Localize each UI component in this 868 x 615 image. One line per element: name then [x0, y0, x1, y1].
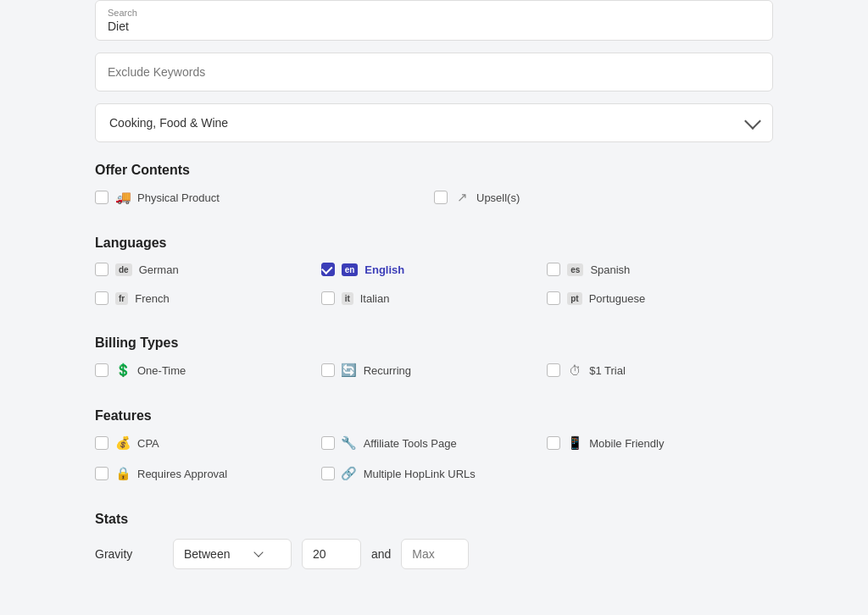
offer-contents-checkboxes: 🚚 Physical Product ↗ Upsell(s)	[95, 190, 773, 212]
english-badge: en	[342, 263, 359, 276]
cpa-item: 💰 CPA	[95, 435, 321, 451]
search-box: Search	[95, 0, 773, 41]
stats-title: Stats	[95, 512, 773, 527]
german-badge: de	[115, 263, 132, 276]
link-icon: 🔗	[342, 466, 357, 481]
physical-product-item: 🚚 Physical Product	[95, 190, 434, 205]
spanish-checkbox[interactable]	[547, 263, 560, 276]
requires-approval-item: 🔒 Requires Approval	[95, 466, 321, 481]
one-time-label: One-Time	[137, 364, 186, 377]
cpa-checkbox[interactable]	[95, 436, 108, 450]
spanish-item: es Spanish	[547, 263, 773, 276]
chevron-down-icon	[744, 113, 761, 130]
category-dropdown[interactable]: Cooking, Food & Wine	[95, 103, 773, 142]
multiple-hoplinks-checkbox[interactable]	[321, 467, 335, 480]
category-dropdown-value: Cooking, Food & Wine	[109, 116, 228, 130]
dollar-circle-icon: 💰	[115, 435, 131, 451]
spanish-label: Spanish	[590, 263, 630, 276]
exclude-keywords-box	[95, 53, 773, 91]
spanish-badge: es	[567, 263, 583, 276]
portuguese-item: pt Portuguese	[547, 291, 773, 305]
french-checkbox[interactable]	[95, 291, 108, 305]
one-dollar-trial-label: $1 Trial	[589, 364, 626, 377]
gravity-row: Gravity Between and	[95, 539, 773, 569]
billing-types-title: Billing Types	[95, 335, 773, 351]
requires-approval-checkbox[interactable]	[95, 467, 108, 480]
offer-contents-section: Offer Contents 🚚 Physical Product ↗ Upse…	[95, 163, 773, 212]
upsells-item: ↗ Upsell(s)	[434, 190, 773, 205]
offer-contents-title: Offer Contents	[95, 163, 773, 178]
truck-icon: 🚚	[115, 190, 131, 205]
languages-title: Languages	[95, 235, 773, 251]
upsells-checkbox[interactable]	[434, 191, 448, 204]
affiliate-tools-label: Affiliate Tools Page	[364, 437, 457, 450]
multiple-hoplinks-label: Multiple HopLink URLs	[364, 468, 476, 480]
search-label: Search	[108, 8, 760, 18]
exclude-keywords-input[interactable]	[108, 65, 760, 79]
stats-section: Stats Gravity Between and	[95, 512, 773, 569]
cpa-label: CPA	[137, 437, 159, 450]
portuguese-label: Portuguese	[589, 292, 646, 305]
gravity-select-value: Between	[184, 547, 230, 561]
french-label: French	[135, 292, 169, 305]
italian-checkbox[interactable]	[321, 291, 335, 305]
features-section: Features 💰 CPA 🔧 Affiliate Tools Page 📱 …	[95, 408, 773, 488]
italian-label: Italian	[360, 292, 390, 305]
features-checkboxes: 💰 CPA 🔧 Affiliate Tools Page 📱 Mobile Fr…	[95, 435, 773, 488]
one-time-item: 💲 One-Time	[95, 363, 321, 378]
physical-product-checkbox[interactable]	[95, 191, 108, 204]
english-item: en English	[321, 263, 548, 276]
clock-icon: ⏱	[567, 363, 582, 378]
physical-product-label: Physical Product	[137, 191, 220, 204]
gravity-max-input[interactable]	[401, 539, 469, 569]
wrench-icon: 🔧	[342, 435, 357, 451]
refresh-icon: 🔄	[342, 363, 357, 378]
mobile-icon: 📱	[567, 435, 582, 451]
billing-types-checkboxes: 💲 One-Time 🔄 Recurring ⏱ $1 Trial	[95, 363, 773, 385]
search-input[interactable]	[108, 19, 760, 33]
german-item: de German	[95, 263, 321, 276]
affiliate-tools-item: 🔧 Affiliate Tools Page	[321, 435, 548, 451]
billing-types-section: Billing Types 💲 One-Time 🔄 Recurring ⏱ $…	[95, 335, 773, 385]
german-label: German	[139, 263, 179, 276]
gravity-and-label: and	[371, 547, 391, 561]
select-chevron-icon	[254, 547, 264, 557]
one-dollar-trial-checkbox[interactable]	[547, 363, 560, 377]
gravity-label: Gravity	[95, 547, 163, 561]
trending-up-icon: ↗	[454, 190, 470, 205]
mobile-friendly-item: 📱 Mobile Friendly	[547, 435, 773, 451]
affiliate-tools-checkbox[interactable]	[321, 436, 335, 450]
mobile-friendly-label: Mobile Friendly	[589, 437, 664, 450]
requires-approval-label: Requires Approval	[137, 468, 227, 480]
dollar-icon: 💲	[115, 363, 131, 378]
french-badge: fr	[115, 292, 128, 305]
gravity-min-input[interactable]	[302, 539, 361, 569]
recurring-item: 🔄 Recurring	[321, 363, 548, 378]
english-label: English	[364, 263, 404, 276]
italian-item: it Italian	[321, 291, 548, 305]
one-time-checkbox[interactable]	[95, 363, 108, 377]
french-item: fr French	[95, 291, 321, 305]
features-title: Features	[95, 408, 773, 424]
lock-icon: 🔒	[115, 466, 131, 481]
german-checkbox[interactable]	[95, 263, 108, 276]
italian-badge: it	[342, 292, 353, 305]
gravity-between-select[interactable]: Between	[173, 539, 292, 569]
multiple-hoplinks-item: 🔗 Multiple HopLink URLs	[321, 466, 548, 481]
english-checkbox[interactable]	[321, 263, 335, 276]
one-dollar-trial-item: ⏱ $1 Trial	[547, 363, 773, 378]
portuguese-checkbox[interactable]	[547, 291, 560, 305]
languages-section: Languages de German en English es Spanis…	[95, 235, 773, 312]
recurring-label: Recurring	[364, 364, 411, 377]
languages-checkboxes: de German en English es Spanish fr Frenc…	[95, 263, 773, 312]
upsells-label: Upsell(s)	[476, 191, 520, 204]
portuguese-badge: pt	[567, 292, 581, 305]
recurring-checkbox[interactable]	[321, 363, 335, 377]
mobile-friendly-checkbox[interactable]	[547, 436, 560, 450]
